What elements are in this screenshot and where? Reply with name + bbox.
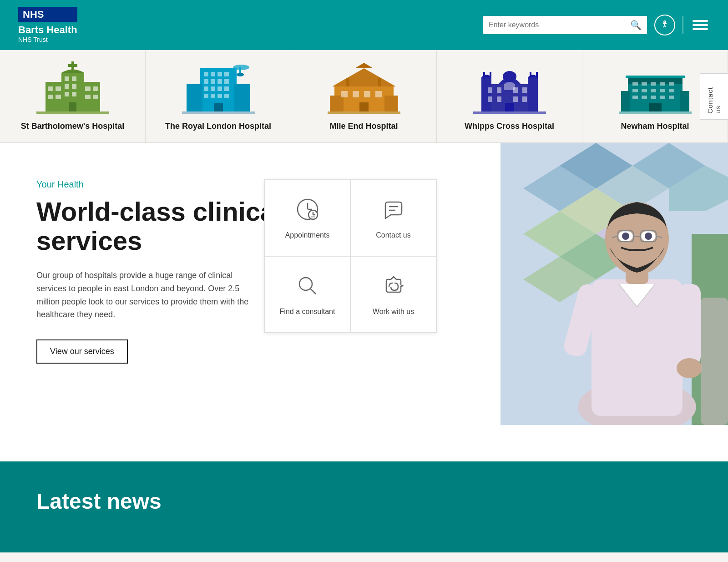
svg-rect-28 (211, 72, 215, 76)
hospital-st-barts[interactable]: St Bartholomew's Hospital (0, 50, 146, 142)
svg-rect-39 (204, 94, 208, 98)
svg-rect-82 (669, 82, 674, 86)
svg-rect-83 (632, 89, 638, 92)
svg-rect-67 (522, 87, 527, 93)
hospital-royal-london[interactable]: The Royal London Hospital (146, 50, 291, 142)
right-photo (500, 143, 728, 425)
svg-rect-81 (660, 82, 665, 86)
svg-rect-11 (65, 76, 69, 81)
svg-rect-52 (359, 102, 369, 111)
svg-rect-48 (341, 91, 348, 97)
svg-rect-72 (505, 103, 514, 111)
quick-link-contact-us[interactable]: Contact us (350, 180, 436, 256)
svg-rect-59 (483, 72, 485, 78)
svg-rect-38 (224, 86, 229, 91)
svg-rect-84 (642, 89, 647, 92)
svg-rect-53 (346, 78, 349, 86)
svg-rect-60 (490, 72, 491, 78)
hospital-whipps-cross[interactable]: Whipps Cross Hospital (437, 50, 582, 142)
svg-rect-87 (669, 89, 674, 92)
svg-rect-26 (234, 84, 250, 111)
search-icon[interactable]: 🔍 (630, 20, 642, 30)
menu-line-2 (693, 24, 708, 26)
svg-rect-55 (328, 111, 400, 114)
svg-rect-41 (217, 94, 222, 98)
svg-rect-54 (378, 78, 381, 86)
main-section: Your Health World-class clinical service… (0, 143, 728, 461)
svg-rect-47 (384, 96, 398, 111)
work-with-us-label: Work with us (373, 308, 414, 316)
whipps-cross-image (473, 59, 546, 114)
nhs-box: NHS (18, 7, 77, 22)
svg-rect-85 (651, 89, 656, 92)
svg-rect-79 (642, 82, 647, 86)
svg-rect-42 (224, 94, 229, 98)
org-sub: NHS Trust (18, 36, 77, 43)
svg-rect-17 (69, 102, 76, 111)
quick-links-wrap: Appointments Contact us (264, 179, 437, 333)
header-right: 🔍 (483, 15, 710, 35)
svg-rect-34 (224, 79, 229, 84)
svg-rect-75 (621, 91, 630, 111)
header-divider (682, 16, 683, 34)
hospital-mile-end[interactable]: Mile End Hospital (291, 50, 437, 142)
svg-rect-43 (214, 103, 223, 111)
quick-link-appointments[interactable]: Appointments (264, 180, 350, 256)
svg-point-127 (645, 233, 652, 240)
svg-rect-78 (632, 82, 638, 86)
contact-us-label: Contact us (376, 231, 410, 239)
svg-rect-33 (217, 79, 222, 84)
svg-rect-20 (36, 111, 109, 114)
svg-rect-19 (68, 64, 77, 67)
contact-side-tab[interactable]: Contact us (700, 73, 728, 120)
svg-rect-62 (536, 72, 538, 78)
svg-rect-49 (353, 91, 359, 97)
svg-rect-37 (217, 86, 222, 91)
svg-rect-88 (632, 96, 638, 99)
work-with-us-icon (381, 273, 406, 302)
find-consultant-icon (295, 273, 320, 302)
svg-rect-14 (72, 84, 76, 89)
svg-rect-64 (488, 87, 492, 93)
svg-rect-70 (513, 96, 518, 102)
svg-rect-30 (224, 72, 229, 76)
site-header: NHS Barts Health NHS Trust 🔍 (0, 0, 728, 50)
svg-point-135 (677, 358, 702, 378)
svg-rect-8 (93, 86, 98, 91)
svg-rect-58 (528, 77, 538, 111)
logo-wrap[interactable]: NHS Barts Health NHS Trust (18, 7, 77, 43)
svg-rect-7 (85, 86, 91, 91)
svg-rect-65 (497, 87, 501, 93)
svg-rect-36 (211, 86, 215, 91)
quick-link-work-with-us[interactable]: Work with us (350, 256, 436, 333)
search-input[interactable] (489, 21, 630, 29)
svg-rect-51 (375, 91, 382, 97)
your-health-label: Your Health (36, 179, 300, 190)
svg-rect-40 (211, 94, 215, 98)
appointments-icon (295, 197, 320, 226)
org-name: Barts Health (18, 24, 77, 36)
whipps-cross-name: Whipps Cross Hospital (465, 121, 554, 132)
svg-point-63 (503, 71, 516, 82)
svg-rect-80 (651, 82, 656, 86)
svg-point-23 (237, 73, 244, 76)
svg-rect-13 (65, 84, 69, 89)
accessibility-button[interactable] (654, 15, 675, 35)
quick-links-grid: Appointments Contact us (264, 179, 437, 333)
quick-link-find-consultant[interactable]: Find a consultant (264, 256, 350, 333)
svg-rect-68 (488, 96, 492, 102)
svg-rect-92 (669, 96, 674, 99)
svg-rect-12 (72, 76, 76, 81)
view-services-button[interactable]: View our services (36, 339, 128, 364)
menu-line-1 (693, 20, 708, 22)
svg-rect-91 (660, 96, 665, 99)
royal-london-name: The Royal London Hospital (165, 121, 271, 132)
svg-rect-16 (72, 92, 76, 96)
svg-rect-44 (182, 111, 255, 114)
svg-rect-3 (48, 86, 53, 91)
newham-name: Newham Hospital (621, 121, 689, 132)
svg-rect-89 (642, 96, 647, 99)
latest-news-title: Latest news (36, 489, 692, 514)
menu-button[interactable] (691, 18, 710, 32)
svg-rect-90 (651, 96, 656, 99)
